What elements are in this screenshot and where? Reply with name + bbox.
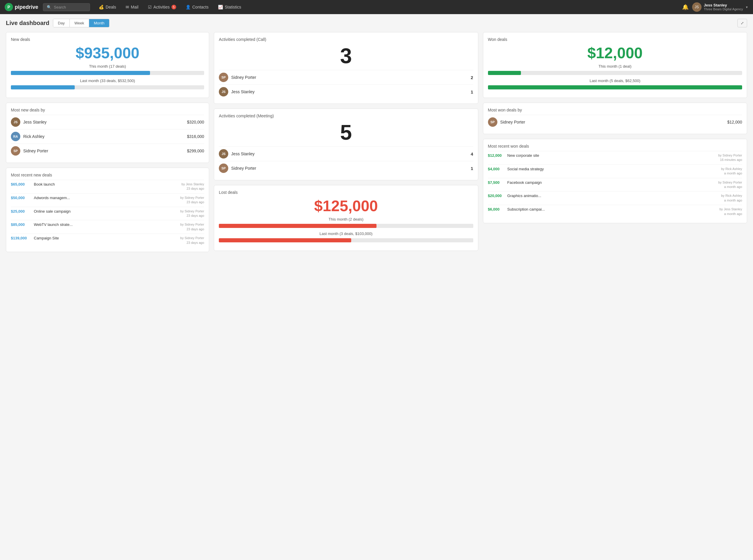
- avatar: SP: [219, 163, 228, 173]
- new-deals-last-month-bar: [11, 85, 204, 89]
- filter-month[interactable]: Month: [89, 19, 109, 27]
- new-deals-this-month: This month (17 deals): [11, 64, 204, 68]
- logo[interactable]: P pipedrive: [5, 3, 38, 11]
- recent-won-deals-card: Most recent won deals $12,000 New corpor…: [483, 139, 747, 223]
- deals-icon: 💰: [99, 5, 104, 9]
- lost-deals-card: Lost deals $125,000 This month (2 deals)…: [214, 185, 478, 251]
- lost-deals-this-month: This month (2 deals): [219, 217, 473, 221]
- most-won-deals-title: Most won deals by: [488, 108, 742, 112]
- deal-amount: $25,000: [11, 209, 32, 214]
- user-company: Three Bears Digital Agency: [704, 7, 743, 11]
- person-value: $316,000: [187, 134, 204, 139]
- nav-item-statistics[interactable]: 📈 Statistics: [214, 3, 245, 11]
- person-row: RA Rick Ashley $316,000: [11, 129, 204, 143]
- deal-name: Online sale campaign: [34, 209, 178, 214]
- deal-name: Campaign Site: [34, 236, 178, 240]
- won-amount: $6,000: [488, 207, 505, 212]
- most-won-deals-list: SP Sidney Porter $12,000: [488, 115, 742, 129]
- won-deals-amount: $12,000: [488, 44, 742, 62]
- activities-badge: 5: [172, 5, 176, 9]
- new-deals-card: New deals $935,000 This month (17 deals)…: [6, 32, 209, 98]
- logo-text: pipedrive: [15, 4, 38, 10]
- person-name: Sidney Porter: [231, 166, 468, 171]
- notification-bell[interactable]: 🔔: [682, 4, 689, 10]
- won-meta: by Sidney Porter a month ago: [718, 180, 742, 189]
- user-avatar: JS: [692, 2, 701, 12]
- won-amount: $20,000: [488, 194, 505, 198]
- person-row: JS Jess Stanley 1: [219, 84, 473, 99]
- page-header: Live dashboard Day Week Month ⤢: [6, 19, 747, 27]
- new-deals-last-month: Last month (33 deals, $532,500): [11, 79, 204, 83]
- statistics-icon: 📈: [218, 5, 223, 9]
- filter-week[interactable]: Week: [70, 19, 89, 27]
- activities-meeting-count: 5: [219, 122, 473, 143]
- person-row: JS Jess Stanley $320,000: [11, 115, 204, 129]
- avatar: SP: [11, 146, 20, 156]
- search-box[interactable]: 🔍 Search: [43, 3, 90, 11]
- nav-item-mail[interactable]: ✉ Mail: [121, 3, 143, 11]
- user-info: Jess Stanley Three Bears Digital Agency: [704, 3, 743, 12]
- person-row: JS Jess Stanley 4: [219, 146, 473, 161]
- avatar: SP: [219, 73, 228, 82]
- won-name: Subscription campai...: [508, 207, 717, 212]
- won-meta: by Sidney Porter 16 minutes ago: [718, 153, 742, 162]
- lost-deals-last-month: Last month (3 deals, $103,000): [219, 232, 473, 236]
- recent-deal-row: $25,000 Online sale campaign by Sidney P…: [11, 207, 204, 220]
- most-won-deals-card: Most won deals by SP Sidney Porter $12,0…: [483, 103, 747, 134]
- lost-deals-this-month-bar: [219, 224, 473, 228]
- activities-call-count: 3: [219, 45, 473, 66]
- person-row: SP Sidney Porter 2: [219, 70, 473, 84]
- activities-meeting-title: Activities completed (Meeting): [219, 114, 473, 118]
- person-row: SP Sidney Porter $299,000: [11, 143, 204, 158]
- expand-button[interactable]: ⤢: [737, 19, 747, 27]
- person-row: SP Sidney Porter $12,000: [488, 115, 742, 129]
- most-new-deals-list: JS Jess Stanley $320,000 RA Rick Ashley …: [11, 115, 204, 158]
- contacts-icon: 👤: [185, 5, 191, 9]
- won-meta: by Rick Ashley a month ago: [721, 194, 742, 203]
- won-deals-last-month-bar: [488, 85, 742, 89]
- deal-amount: $139,000: [11, 236, 32, 240]
- recent-deal-row: $139,000 Campaign Site by Sidney Porter …: [11, 234, 204, 247]
- nav-item-contacts[interactable]: 👤 Contacts: [181, 3, 213, 11]
- new-deals-title: New deals: [11, 37, 204, 42]
- most-new-deals-title: Most new deals by: [11, 108, 204, 112]
- col-right: Won deals $12,000 This month (1 deal) La…: [483, 32, 747, 252]
- person-name: Rick Ashley: [23, 134, 184, 139]
- nav-right: 🔔 JS Jess Stanley Three Bears Digital Ag…: [682, 2, 748, 12]
- won-deal-row: $20,000 Graphics animatio... by Rick Ash…: [488, 191, 742, 205]
- person-count: 1: [471, 166, 473, 171]
- won-deals-this-month: This month (1 deal): [488, 64, 742, 68]
- most-new-deals-card: Most new deals by JS Jess Stanley $320,0…: [6, 103, 209, 163]
- page: Live dashboard Day Week Month ⤢ New deal…: [0, 14, 753, 257]
- col-left: New deals $935,000 This month (17 deals)…: [6, 32, 209, 252]
- nav-item-deals[interactable]: 💰 Deals: [95, 3, 120, 11]
- person-name: Sidney Porter: [231, 75, 468, 80]
- filter-day[interactable]: Day: [53, 19, 70, 27]
- person-name: Jess Stanley: [231, 152, 468, 156]
- user-menu[interactable]: JS Jess Stanley Three Bears Digital Agen…: [692, 2, 748, 12]
- won-name: Facebook campaign: [508, 180, 716, 185]
- search-icon: 🔍: [47, 5, 52, 9]
- nav-items: 💰 Deals ✉ Mail ☑ Activities 5 👤 Contacts…: [95, 3, 680, 11]
- deal-meta: by Sidney Porter 23 days ago: [180, 236, 204, 245]
- activities-call-list: SP Sidney Porter 2 JS Jess Stanley 1: [219, 70, 473, 99]
- deal-meta: by Sidney Porter 23 days ago: [180, 209, 204, 218]
- activities-meeting-list: JS Jess Stanley 4 SP Sidney Porter 1: [219, 146, 473, 175]
- won-deals-this-month-bar: [488, 71, 742, 75]
- new-deals-this-month-bar: [11, 71, 204, 75]
- deal-amount: $85,000: [11, 222, 32, 227]
- deal-amount: $50,000: [11, 196, 32, 200]
- person-value: $12,000: [727, 120, 742, 124]
- recent-deals-list: $65,000 Book launch by Jess Stanley 23 d…: [11, 180, 204, 247]
- person-count: 1: [471, 89, 473, 95]
- activities-call-title: Activities completed (Call): [219, 37, 473, 42]
- avatar: JS: [11, 117, 20, 127]
- won-amount: $7,500: [488, 180, 505, 185]
- nav-statistics-label: Statistics: [225, 5, 241, 9]
- nav-item-activities[interactable]: ☑ Activities 5: [144, 3, 180, 11]
- activities-icon: ☑: [148, 5, 152, 9]
- person-count: 2: [471, 75, 473, 80]
- won-name: Graphics animatio...: [508, 194, 719, 198]
- won-name: New corporate site: [508, 153, 716, 158]
- won-amount: $4,000: [488, 167, 505, 171]
